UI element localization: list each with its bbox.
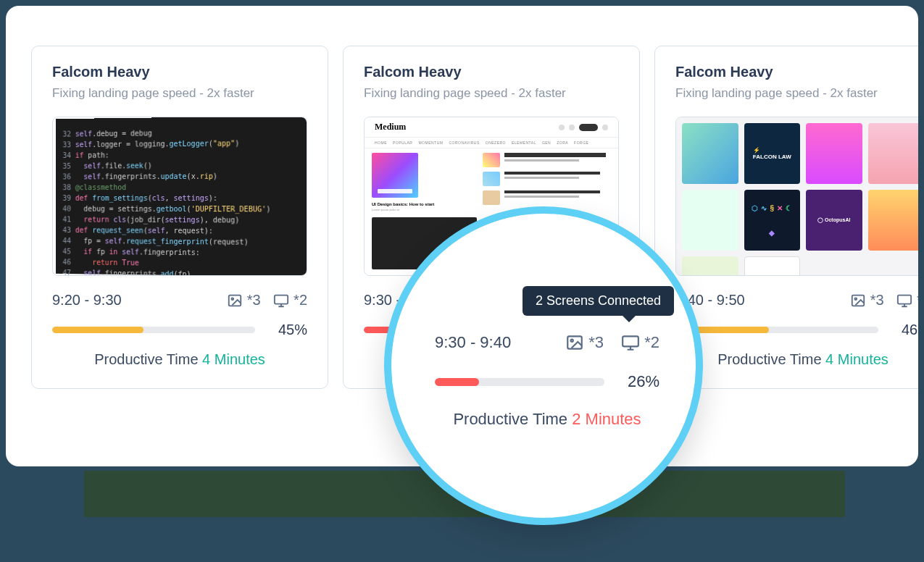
card-meta: 9:20 - 9:30 *3 *2	[52, 292, 307, 309]
screenshot-thumbnail[interactable]: 32self.debug = debug 33self.logger = log…	[52, 117, 307, 276]
progress-percent: 45%	[271, 322, 307, 338]
svg-point-1	[231, 298, 233, 300]
progress-fill	[435, 378, 479, 386]
design-grid-thumbnail: ⚡FALCON LAW ⬡∿§✕☾◆ ◯ OctopusAI	[676, 117, 918, 275]
svg-rect-11	[623, 336, 638, 346]
productive-time: Productive Time 4 Minutes	[52, 351, 307, 368]
image-count: *3	[870, 292, 884, 309]
code-editor-thumbnail: 32self.debug = debug 33self.logger = log…	[56, 117, 307, 276]
image-icon	[850, 293, 866, 309]
progress-bar: 26%	[435, 372, 659, 391]
image-count: *3	[588, 333, 604, 352]
screenshot-thumbnail[interactable]: ⚡FALCON LAW ⬡∿§✕☾◆ ◯ OctopusAI	[675, 117, 918, 276]
productive-value: 4 Minutes	[202, 351, 265, 367]
progress-bar: 46%	[675, 322, 918, 338]
productive-time: Productive Time 2 Minutes	[435, 410, 659, 429]
progress-percent: 26%	[623, 372, 659, 391]
card-title: Falcom Heavy	[364, 64, 619, 80]
productive-time: Productive Time 4 Minutes	[675, 351, 918, 368]
time-range: 9:20 - 9:30	[52, 292, 122, 309]
monitor-icon	[896, 293, 912, 309]
productive-label: Productive Time	[94, 351, 202, 367]
screen-count: *2	[644, 333, 659, 352]
image-count: *3	[247, 292, 261, 309]
screens-tooltip: 2 Screens Connected	[523, 286, 674, 316]
monitor-icon	[273, 293, 289, 309]
screen-count: *2	[917, 292, 918, 309]
time-card[interactable]: Falcom Heavy Fixing landing page speed -…	[31, 46, 328, 389]
productive-label: Productive Time	[717, 351, 825, 367]
card-subtitle: Fixing landing page speed - 2x faster	[364, 86, 619, 101]
productive-label: Productive Time	[453, 410, 572, 428]
time-range: 9:30 - 9:40	[435, 333, 511, 352]
svg-point-10	[571, 340, 573, 342]
svg-rect-8	[898, 295, 911, 303]
zoom-meta: 9:30 - 9:40 *3 *2	[435, 333, 659, 352]
svg-point-7	[854, 298, 857, 300]
progress-fill	[52, 327, 143, 333]
image-icon	[227, 293, 243, 309]
card-title: Falcom Heavy	[52, 64, 307, 80]
zoom-lens: 2 Screens Connected 9:30 - 9:40 *3 *2 26…	[384, 206, 703, 525]
card-title: Falcom Heavy	[675, 64, 918, 80]
monitor-icon[interactable]	[621, 333, 640, 352]
svg-rect-2	[275, 295, 288, 303]
productive-value: 2 Minutes	[572, 410, 641, 428]
card-subtitle: Fixing landing page speed - 2x faster	[52, 86, 307, 101]
screen-count: *2	[294, 292, 307, 309]
card-meta: 9:40 - 9:50 *3 *2	[675, 292, 918, 309]
progress-percent: 46%	[894, 322, 918, 338]
productive-value: 4 Minutes	[825, 351, 888, 367]
image-icon	[565, 333, 584, 352]
progress-bar: 45%	[52, 322, 307, 338]
card-subtitle: Fixing landing page speed - 2x faster	[675, 86, 918, 101]
